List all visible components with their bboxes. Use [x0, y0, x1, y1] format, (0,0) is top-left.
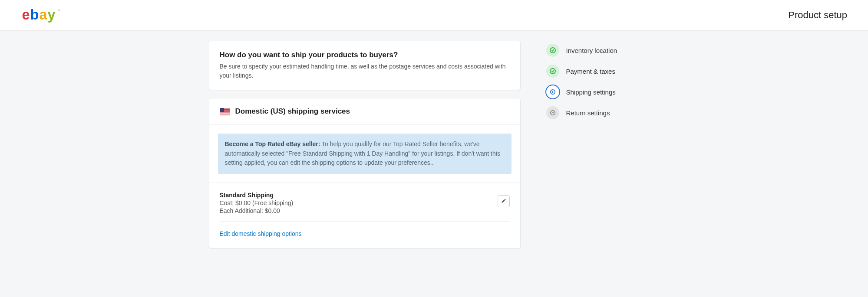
step-payment-taxes[interactable]: Payment & taxes: [546, 65, 659, 78]
main-column: How do you want to ship your products to…: [209, 41, 520, 257]
svg-text:b: b: [30, 7, 39, 23]
svg-rect-9: [220, 112, 230, 112]
info-banner-prefix: Become a Top Rated eBay seller:: [225, 140, 320, 147]
step-label: Inventory location: [566, 47, 617, 54]
edit-domestic-link[interactable]: Edit domestic shipping options: [220, 230, 302, 237]
step-label: Return settings: [566, 109, 610, 117]
pencil-icon: [501, 197, 506, 205]
minus-icon: [546, 106, 559, 119]
checkmark-icon: [546, 65, 559, 78]
section-title: Domestic (US) shipping services: [235, 107, 350, 116]
intro-description: Be sure to specify your estimated handli…: [220, 62, 510, 80]
intro-title: How do you want to ship your products to…: [220, 51, 510, 59]
step-return-settings[interactable]: Return settings: [546, 106, 659, 119]
page-title: Product setup: [788, 10, 847, 21]
step-inventory-location[interactable]: Inventory location: [546, 44, 659, 57]
svg-rect-12: [220, 108, 224, 112]
app-header: e b a y ™ Product setup: [0, 0, 868, 31]
page-body: How do you want to ship your products to…: [0, 31, 868, 297]
shipping-cost: Cost: $0.00 (Free shipping): [220, 199, 294, 206]
svg-text:™: ™: [57, 9, 61, 13]
shipping-option-row: Standard Shipping Cost: $0.00 (Free ship…: [220, 192, 510, 222]
shipping-card: Domestic (US) shipping services Become a…: [209, 98, 520, 248]
section-header: Domestic (US) shipping services: [209, 98, 520, 125]
shipping-additional: Each Additional: $0.00: [220, 207, 294, 214]
svg-rect-10: [220, 113, 230, 113]
svg-text:e: e: [22, 7, 30, 23]
svg-point-15: [550, 90, 555, 95]
svg-rect-11: [220, 114, 230, 114]
step-label: Payment & taxes: [566, 68, 615, 75]
us-flag-icon: [220, 108, 230, 115]
edit-shipping-button[interactable]: [498, 195, 510, 207]
svg-text:y: y: [47, 7, 55, 23]
step-label: Shipping settings: [566, 88, 616, 96]
svg-text:a: a: [39, 7, 47, 23]
checkmark-icon: [546, 44, 559, 57]
info-banner: Become a Top Rated eBay seller: To help …: [218, 134, 512, 174]
ebay-logo[interactable]: e b a y ™: [21, 7, 64, 23]
step-shipping-settings[interactable]: Shipping settings: [546, 85, 659, 98]
intro-card: How do you want to ship your products to…: [209, 41, 520, 90]
chevron-left-icon: [546, 85, 559, 98]
progress-sidebar: Inventory location Payment & taxes: [546, 41, 659, 257]
shipping-name: Standard Shipping: [220, 192, 294, 199]
